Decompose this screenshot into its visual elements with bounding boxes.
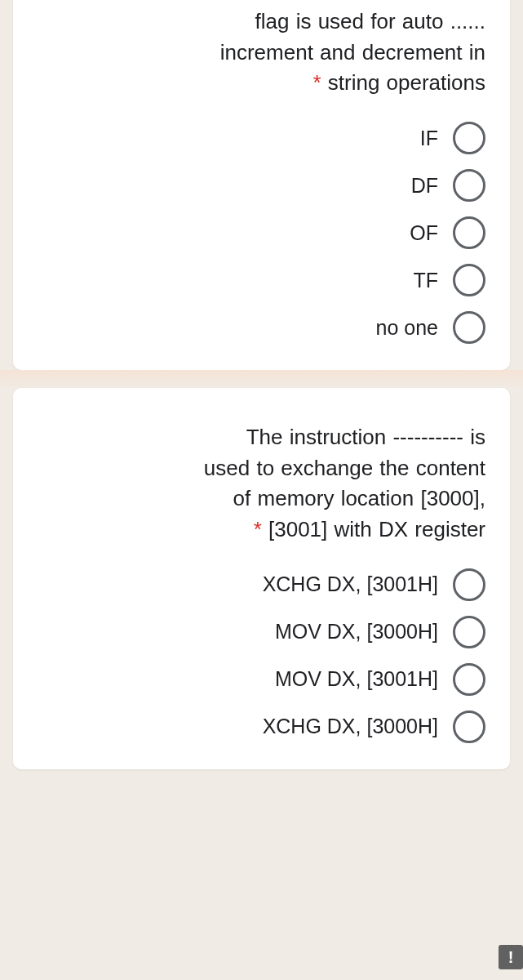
option-label: OF: [410, 221, 438, 245]
required-asterisk: *: [312, 70, 321, 95]
question-card-1: flag is used for auto ...... increment a…: [13, 0, 510, 370]
q1-option-if[interactable]: IF: [38, 122, 485, 154]
q1-line2: increment and decrement in: [220, 40, 485, 65]
option-label: TF: [413, 269, 438, 292]
radio-icon: [453, 710, 485, 743]
q1-line3: string operations: [328, 70, 485, 95]
option-label: MOV DX, [3000H]: [275, 620, 438, 644]
question-text-2: The instruction ---------- is used to ex…: [38, 422, 485, 546]
q2-option-xchg-3000[interactable]: XCHG DX, [3000H]: [38, 710, 485, 743]
radio-icon: [453, 311, 485, 344]
q1-option-df[interactable]: DF: [38, 169, 485, 202]
q2-options: XCHG DX, [3001H] MOV DX, [3000H] MOV DX,…: [38, 568, 485, 743]
q2-option-mov-3000[interactable]: MOV DX, [3000H]: [38, 616, 485, 648]
option-label: MOV DX, [3001H]: [275, 667, 438, 691]
option-label: XCHG DX, [3001H]: [263, 572, 438, 596]
radio-icon: [453, 169, 485, 202]
option-label: IF: [420, 127, 438, 150]
radio-icon: [453, 568, 485, 601]
option-label: no one: [376, 316, 438, 340]
radio-icon: [453, 616, 485, 648]
q2-line4: [3001] with DX register: [268, 517, 485, 541]
radio-icon: [453, 122, 485, 154]
radio-icon: [453, 216, 485, 249]
q1-line1: flag is used for auto ......: [255, 9, 485, 33]
q2-option-mov-3001[interactable]: MOV DX, [3001H]: [38, 663, 485, 696]
q1-option-of[interactable]: OF: [38, 216, 485, 249]
q2-line1: The instruction ---------- is: [246, 425, 485, 449]
alert-label: !: [508, 948, 514, 967]
q2-option-xchg-3001[interactable]: XCHG DX, [3001H]: [38, 568, 485, 601]
q1-option-tf[interactable]: TF: [38, 264, 485, 296]
question-card-2: The instruction ---------- is used to ex…: [13, 388, 510, 769]
radio-icon: [453, 264, 485, 296]
q1-options: IF DF OF TF no one: [38, 122, 485, 344]
option-label: DF: [411, 174, 438, 198]
alert-icon[interactable]: !: [499, 945, 523, 969]
q1-option-noone[interactable]: no one: [38, 311, 485, 344]
required-asterisk: *: [254, 517, 262, 541]
radio-icon: [453, 663, 485, 696]
q2-line3: of memory location [3000],: [233, 486, 485, 510]
q2-line2: used to exchange the content: [204, 456, 485, 480]
card-separator: [0, 370, 523, 388]
question-text-1: flag is used for auto ...... increment a…: [38, 7, 485, 99]
option-label: XCHG DX, [3000H]: [263, 715, 438, 738]
